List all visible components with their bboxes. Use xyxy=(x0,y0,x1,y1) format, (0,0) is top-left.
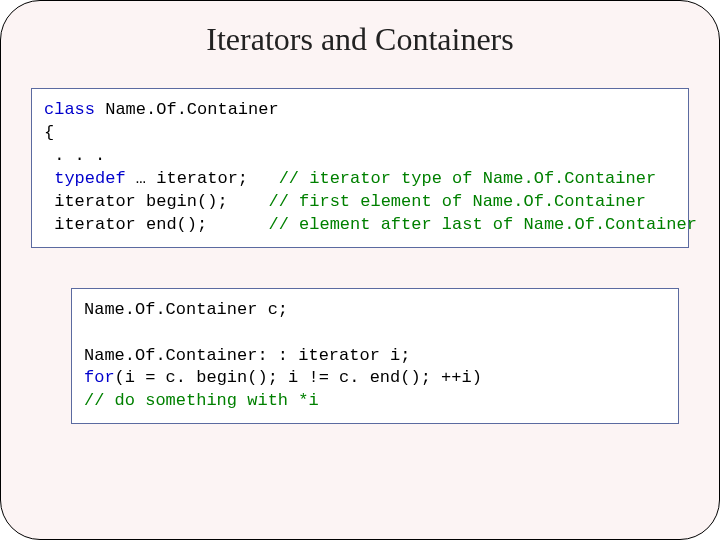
comment: // first element of Name.Of.Container xyxy=(268,192,645,211)
code-box-class-def: class Name.Of.Container { . . . typedef … xyxy=(31,88,689,248)
slide-title: Iterators and Containers xyxy=(31,21,689,58)
code-text xyxy=(44,169,54,188)
code-box-usage: Name.Of.Container c; Name.Of.Container: … xyxy=(71,288,679,425)
code-text: … iterator; xyxy=(126,169,279,188)
code-text: { xyxy=(44,123,54,142)
code-text xyxy=(84,323,94,342)
slide-frame: Iterators and Containers class Name.Of.C… xyxy=(0,0,720,540)
code-text: Name.Of.Container: : iterator i; xyxy=(84,346,410,365)
code-text: iterator end(); xyxy=(44,215,268,234)
keyword-typedef: typedef xyxy=(54,169,125,188)
keyword-for: for xyxy=(84,368,115,387)
comment: // element after last of Name.Of.Contain… xyxy=(268,215,696,234)
code-text: (i = c. begin(); i != c. end(); ++i) xyxy=(115,368,482,387)
code-text: Name.Of.Container xyxy=(95,100,279,119)
comment: // iterator type of Name.Of.Container xyxy=(279,169,656,188)
code-text: Name.Of.Container c; xyxy=(84,300,288,319)
keyword-class: class xyxy=(44,100,95,119)
code-text: . . . xyxy=(44,146,105,165)
code-text: iterator begin(); xyxy=(44,192,268,211)
comment: // do something with *i xyxy=(84,391,319,410)
